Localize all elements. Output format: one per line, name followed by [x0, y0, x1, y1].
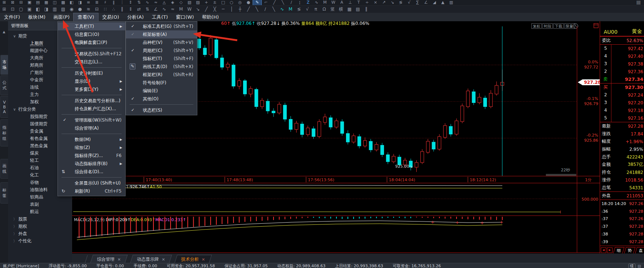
menubar-item[interactable]: 窗口(W) [172, 13, 198, 21]
toolbar-icon[interactable]: ↕ [126, 0, 135, 5]
toolbar-icon[interactable]: ♯ [101, 0, 109, 5]
toolbar-icon[interactable]: ≶ [295, 5, 303, 13]
toolbar-icon[interactable]: M [286, 5, 295, 13]
view-menu-item[interactable]: 交易日志(L)... [58, 58, 125, 66]
toolbar-icon[interactable]: ◎ [236, 0, 244, 5]
grid-icon[interactable]: ▤ [638, 264, 641, 268]
toolbar-icon[interactable]: ‖ [109, 0, 118, 5]
menubar-item[interactable]: 板块(M) [24, 13, 49, 21]
tick-prev-button[interactable]: ◀ [601, 247, 606, 253]
view-menu-item[interactable]: 综合管理(A) [58, 124, 125, 132]
toolbar-submenu-item[interactable]: ✓状态栏(S) [126, 106, 197, 114]
view-menu-item[interactable]: 历史交易盈亏分析(B...) [58, 97, 125, 105]
view-menu-item[interactable]: 工具栏(T)▶ [58, 22, 125, 30]
toolbar-icon[interactable]: ⊠ [8, 0, 17, 5]
view-menu-item[interactable]: 历史分时图(E) [58, 69, 125, 77]
view-menu-item[interactable]: 电脑解盘窗口(P) [58, 38, 125, 46]
toolbar-icon[interactable]: A [338, 0, 346, 5]
toolbar-icon[interactable]: ▩ [59, 0, 67, 5]
toolbar-icon[interactable]: ⊥ [346, 0, 354, 5]
quote-panel-header[interactable]: AU00 黄金 [600, 21, 644, 36]
toolbar-icon[interactable]: ▦ [42, 0, 51, 5]
close-icon[interactable]: × [162, 257, 165, 262]
toolbar-icon[interactable]: ⊟ [93, 5, 101, 13]
toolbar-icon[interactable]: ⇅ [135, 0, 143, 5]
toolbar-submenu-item[interactable]: ✎(Shift+X)画线工具(D) [126, 63, 197, 71]
frame-tab-动态显示牌[interactable]: 动态显示牌× [130, 255, 172, 263]
toolbar-icon[interactable]: ▧ [185, 0, 194, 5]
toolbar-icon[interactable]: ╱ [202, 5, 211, 13]
toolbar-icon[interactable]: ≶ [397, 0, 405, 5]
view-menu-item[interactable]: 更多窗口(Y)▶ [58, 85, 125, 93]
tick-next-button[interactable]: ▶ [607, 247, 613, 253]
toolbar-icon[interactable]: ⊡ [8, 5, 17, 13]
toolbar-icon[interactable]: ∿ [143, 0, 152, 5]
toolbar-icon[interactable]: ◫ [51, 0, 59, 5]
toolbar-icon[interactable]: ⊞ [0, 0, 8, 5]
tick-tab-细[interactable]: 细 [613, 247, 624, 254]
toolbar-icon[interactable]: ≈ [152, 0, 160, 5]
toolbar-icon[interactable]: ⇅ [143, 5, 152, 13]
toolbar-icon[interactable]: ≋ [84, 5, 93, 13]
toolbar-icon[interactable]: ▣ [25, 0, 34, 5]
toolbar-icon[interactable]: ≣ [93, 0, 101, 5]
toolbar-icon[interactable]: M [321, 0, 329, 5]
toolbar-icon[interactable]: ⌐ [262, 0, 270, 5]
view-menu-item[interactable]: ⇅综合排名(D)... [58, 168, 125, 176]
toolbar-icon[interactable]: M [177, 5, 185, 13]
performance-button[interactable]: 绩 [628, 264, 636, 268]
view-menu-item[interactable]: Shift+F12交易状态(S)... [58, 50, 125, 58]
toolbar-icon[interactable]: ∿ [312, 0, 321, 5]
toolbar-icon[interactable]: √ [303, 5, 312, 13]
view-menu-item[interactable]: 动态指标排序(B)▶ [58, 160, 125, 168]
toolbar-icon[interactable]: ╲ [253, 5, 261, 13]
toolbar-icon[interactable]: ‖ [118, 5, 126, 13]
frame-tab-技术分析[interactable]: 技术分析× [175, 255, 212, 263]
toolbar-icon[interactable]: ◈ [168, 0, 177, 5]
toolbar-icon[interactable]: ◇ [177, 0, 185, 5]
toolbar-icon[interactable]: ◬ [160, 0, 168, 5]
toolbar-icon[interactable]: 竖 [328, 5, 337, 13]
sidebar-strip-tab-公式[interactable]: 公式 [0, 75, 8, 95]
toolbar-icon[interactable]: ∑ [413, 0, 422, 5]
toolbar-icon[interactable]: ↘ [388, 0, 397, 5]
toolbar-icon[interactable]: ● [76, 5, 84, 13]
toolbar-icon[interactable]: ↕ [126, 5, 135, 13]
view-menu-item[interactable]: F6指标排序(Z)... [58, 152, 125, 160]
view-menu-item[interactable]: 缩放(Z)▶ [58, 144, 125, 152]
toolbar-icon[interactable]: □ [219, 0, 227, 5]
sidebar-strip-tab-市场[interactable]: 市场 [0, 55, 8, 75]
toolbar-icon[interactable]: ▤ [34, 0, 42, 5]
toolbar-icon[interactable]: ┼ [236, 5, 244, 13]
toolbar-icon[interactable]: ▣ [25, 5, 34, 13]
sidebar-tree-item[interactable]: 农副 [8, 201, 72, 208]
toolbar-icon[interactable]: ▨ [194, 0, 202, 5]
toolbar-icon[interactable]: ↘ [194, 5, 202, 13]
toolbar-icon[interactable]: ◨ [76, 0, 84, 5]
toolbar-submenu-item[interactable]: 编辑(E) [126, 87, 197, 95]
view-menu-item[interactable]: ↻Ctrl+F5刷新(R) [58, 187, 125, 195]
menubar-item[interactable]: 画面(P) [49, 13, 74, 21]
toolbar-icon[interactable]: ∿ [160, 5, 168, 13]
toolbar-icon[interactable]: ∠ [422, 0, 430, 5]
toolbar-icon[interactable]: ▤ [354, 5, 362, 13]
close-icon[interactable]: × [118, 257, 121, 262]
toolbar-icon[interactable]: ⊞ [0, 5, 8, 13]
menubar-item[interactable]: 查看(V) [74, 13, 98, 21]
toolbar-icon[interactable]: W [329, 0, 338, 5]
toolbar-icon[interactable]: ⊟ [17, 0, 25, 5]
toolbar-icon[interactable]: ▥ [447, 0, 455, 5]
strip-scroll-up-icon[interactable]: ▲ [0, 30, 8, 34]
toolbar-icon[interactable]: ‖ [362, 5, 371, 13]
toolbar-icon[interactable]: T [354, 0, 363, 5]
toolbar-icon[interactable]: ◢ [430, 0, 439, 5]
bars-icon[interactable]: |||| [634, 0, 643, 5]
toolbar-icon[interactable]: ▥ [51, 5, 59, 13]
toolbar-submenu-item[interactable]: ✓框架标签(A) [126, 30, 197, 38]
toolbar-submenu-item[interactable]: ✓(Shift+T)标准工具栏(G) [126, 22, 197, 30]
toolbar-icon[interactable]: ∕ [287, 0, 295, 5]
toolbar-icon[interactable]: ◧ [67, 0, 76, 5]
toolbar-icon[interactable]: π [312, 5, 320, 13]
toolbar-icon[interactable]: ● [244, 0, 253, 5]
sidebar-strip-tab-标签[interactable]: 标签 [0, 182, 8, 204]
